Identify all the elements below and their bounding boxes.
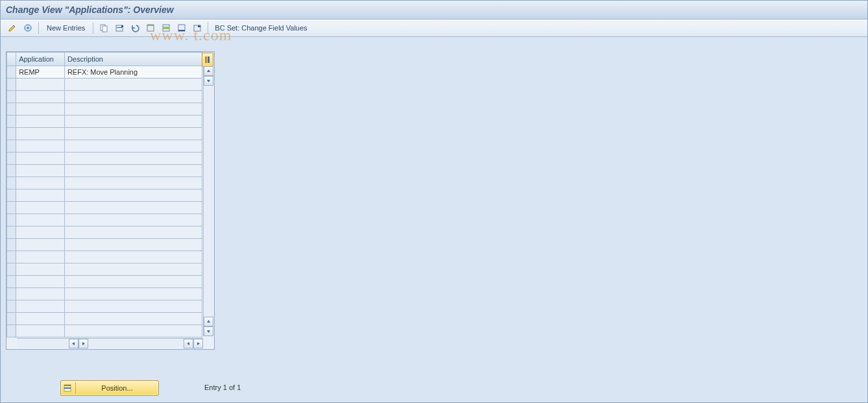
bc-set-button[interactable]: BC Set: Change Field Values (212, 23, 309, 33)
cell-description[interactable] (64, 165, 202, 177)
column-header-application[interactable]: Application (16, 53, 65, 66)
row-selector[interactable] (7, 128, 16, 140)
config-icon[interactable] (191, 21, 204, 34)
row-selector[interactable] (7, 116, 16, 128)
cell-description[interactable] (64, 263, 202, 276)
cell-description[interactable] (64, 251, 202, 263)
cell-application[interactable] (16, 300, 65, 313)
other-view-icon[interactable] (21, 21, 34, 34)
row-selector[interactable] (7, 202, 16, 214)
cell-application[interactable] (16, 325, 65, 337)
table-row[interactable] (7, 239, 202, 251)
table-row[interactable] (7, 189, 202, 202)
cell-description[interactable] (64, 239, 202, 251)
table-row[interactable] (7, 276, 202, 288)
cell-application[interactable] (16, 79, 65, 91)
table-row[interactable] (7, 128, 202, 140)
row-selector[interactable] (7, 276, 16, 288)
undo-icon[interactable] (128, 21, 141, 34)
row-selector[interactable] (7, 300, 16, 313)
row-selector[interactable] (7, 153, 16, 165)
cell-description[interactable] (64, 79, 202, 91)
delete-icon[interactable] (113, 21, 126, 34)
position-button[interactable]: Position... (60, 380, 159, 396)
table-row[interactable] (7, 263, 202, 276)
cell-description[interactable] (64, 313, 202, 325)
cell-application[interactable]: REMP (16, 66, 65, 79)
cell-application[interactable] (16, 91, 65, 103)
cell-application[interactable] (16, 103, 65, 116)
row-selector[interactable] (7, 140, 16, 153)
cell-application[interactable] (16, 165, 65, 177)
cell-application[interactable] (16, 202, 65, 214)
table-settings-icon[interactable] (202, 53, 213, 67)
row-selector[interactable] (7, 79, 16, 91)
cell-application[interactable] (16, 276, 65, 288)
vertical-scrollbar[interactable] (203, 66, 213, 336)
cell-description[interactable] (64, 103, 202, 116)
new-entries-button[interactable]: New Entries (43, 23, 89, 33)
scroll-down-icon[interactable] (204, 76, 213, 86)
table-row[interactable] (7, 214, 202, 226)
row-selector[interactable] (7, 251, 16, 263)
table-row[interactable] (7, 153, 202, 165)
select-all-icon[interactable] (144, 21, 157, 34)
row-selector[interactable] (7, 288, 16, 300)
cell-description[interactable] (64, 214, 202, 226)
row-selector[interactable] (7, 226, 16, 239)
cell-application[interactable] (16, 263, 65, 276)
scroll-right-icon[interactable] (193, 339, 203, 348)
cell-application[interactable] (16, 226, 65, 239)
cell-application[interactable] (16, 251, 65, 263)
cell-description[interactable] (64, 276, 202, 288)
table-row[interactable] (7, 177, 202, 189)
cell-description[interactable] (64, 300, 202, 313)
deselect-all-icon[interactable] (175, 21, 188, 34)
row-selector[interactable] (7, 165, 16, 177)
scroll-up-icon[interactable] (204, 66, 213, 76)
table-row[interactable] (7, 288, 202, 300)
toggle-change-icon[interactable] (6, 21, 19, 34)
cell-application[interactable] (16, 189, 65, 202)
horizontal-scrollbar[interactable] (17, 338, 203, 348)
row-selector[interactable] (7, 66, 16, 79)
cell-application[interactable] (16, 140, 65, 153)
scroll-down-icon[interactable] (204, 326, 213, 336)
cell-description[interactable] (64, 116, 202, 128)
cell-description[interactable] (64, 153, 202, 165)
table-row[interactable] (7, 325, 202, 337)
table-row[interactable] (7, 79, 202, 91)
cell-application[interactable] (16, 239, 65, 251)
table-row[interactable] (7, 202, 202, 214)
row-selector[interactable] (7, 214, 16, 226)
cell-application[interactable] (16, 288, 65, 300)
cell-description[interactable]: REFX: Move Planning (64, 66, 202, 79)
table-row[interactable] (7, 226, 202, 239)
cell-description[interactable] (64, 91, 202, 103)
cell-description[interactable] (64, 325, 202, 337)
table-row[interactable] (7, 313, 202, 325)
cell-description[interactable] (64, 189, 202, 202)
row-selector[interactable] (7, 91, 16, 103)
row-selector[interactable] (7, 313, 16, 325)
cell-application[interactable] (16, 214, 65, 226)
table-row[interactable]: REMPREFX: Move Planning (7, 66, 202, 79)
table-row[interactable] (7, 103, 202, 116)
cell-application[interactable] (16, 153, 65, 165)
row-selector[interactable] (7, 177, 16, 189)
cell-description[interactable] (64, 226, 202, 239)
cell-application[interactable] (16, 313, 65, 325)
cell-description[interactable] (64, 140, 202, 153)
table-row[interactable] (7, 165, 202, 177)
row-selector[interactable] (7, 325, 16, 337)
column-header-description[interactable]: Description (64, 53, 202, 66)
scroll-left-icon[interactable] (69, 339, 78, 348)
cell-description[interactable] (64, 202, 202, 214)
row-selector[interactable] (7, 189, 16, 202)
table-row[interactable] (7, 300, 202, 313)
table-row[interactable] (7, 140, 202, 153)
cell-application[interactable] (16, 177, 65, 189)
scroll-left-icon[interactable] (184, 339, 193, 348)
cell-description[interactable] (64, 288, 202, 300)
table-row[interactable] (7, 116, 202, 128)
